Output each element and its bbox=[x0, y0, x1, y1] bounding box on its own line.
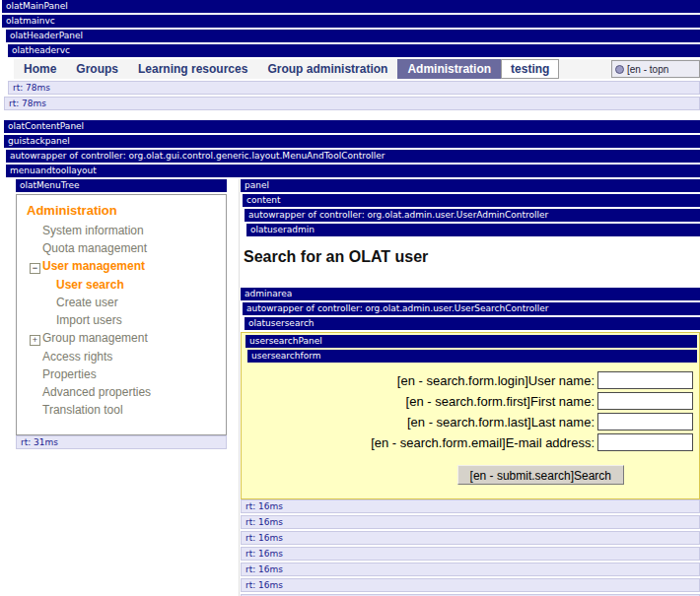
menu-item-translation-tool[interactable]: Translation tool bbox=[17, 401, 226, 419]
menu-item-advanced-properties[interactable]: Advanced properties bbox=[17, 383, 226, 401]
lastname-label: [en - search.form.last]Last name: bbox=[407, 415, 595, 430]
render-time-content: rt: 16ms bbox=[241, 563, 700, 576]
firstname-label: [en - search.form.first]First name: bbox=[406, 394, 595, 409]
render-time-content: rt: 16ms bbox=[241, 547, 700, 561]
menu-item-quota-management[interactable]: Quota management bbox=[17, 239, 226, 257]
user-search-form: [en - search.form.login]User name: [en -… bbox=[244, 364, 697, 485]
debug-bar-olatcontentpanel: olatContentPanel bbox=[4, 120, 700, 133]
collapse-icon[interactable]: − bbox=[30, 263, 40, 274]
render-time-content: rt: 16ms bbox=[241, 499, 700, 513]
expand-icon[interactable]: + bbox=[30, 335, 40, 346]
username-label: [en - search.form.login]User name: bbox=[397, 373, 595, 388]
debug-bar-olatmainpanel: olatMainPanel bbox=[2, 0, 700, 13]
debug-bar-olatuseradmin: olatuseradmin bbox=[246, 224, 700, 236]
render-time-menu: rt: 31ms bbox=[16, 435, 227, 449]
debug-bar-panel: panel bbox=[241, 179, 700, 192]
debug-bar-guistackpanel: guistackpanel bbox=[4, 135, 700, 148]
tab-home[interactable]: Home bbox=[14, 59, 66, 79]
form-actions: [en - submit.search]Search bbox=[244, 465, 624, 485]
main-layout: olatMenuTree Administration System infor… bbox=[0, 179, 700, 596]
debug-bar-adminarea: adminarea bbox=[241, 288, 700, 300]
form-row-email: [en - search.form.email]E-mail address: bbox=[244, 433, 693, 451]
tab-testing[interactable]: testing bbox=[501, 59, 559, 79]
tab-groups[interactable]: Groups bbox=[66, 59, 128, 79]
menu-column: olatMenuTree Administration System infor… bbox=[16, 179, 227, 451]
firstname-input[interactable] bbox=[597, 392, 693, 410]
debug-bar-menuandtoollayout: menuandtoollayout bbox=[6, 165, 700, 177]
email-label: [en - search.form.email]E-mail address: bbox=[371, 435, 595, 450]
user-search-form-area: usersearchPanel usersearchform [en - sea… bbox=[241, 332, 700, 499]
render-time-content: rt: 16ms bbox=[241, 531, 700, 545]
page-title: Search for an OLAT user bbox=[244, 248, 700, 266]
debug-bar-usersearchpanel: usersearchPanel bbox=[245, 335, 697, 348]
render-time-content: rt: 16ms bbox=[241, 515, 700, 529]
debug-bar-autowrapper-useradmin: autowrapper of controller: org.olat.admi… bbox=[245, 209, 700, 222]
menu-root-administration[interactable]: Administration bbox=[17, 201, 226, 222]
menu-item-user-management[interactable]: −User management bbox=[17, 257, 226, 276]
topnav-label: [en - topn bbox=[627, 64, 668, 75]
menu-item-system-information[interactable]: System information bbox=[17, 222, 226, 239]
render-time-content: rt: 16ms bbox=[241, 578, 700, 592]
menu-item-label: Group management bbox=[42, 331, 148, 345]
debug-bar-olatusersearch: olatusersearch bbox=[245, 317, 700, 330]
form-row-firstname: [en - search.form.first]First name: bbox=[244, 392, 693, 410]
render-time-header: rt: 78ms bbox=[8, 81, 700, 95]
menu-item-group-management[interactable]: +Group management bbox=[17, 329, 226, 348]
search-submit-button[interactable]: [en - submit.search]Search bbox=[457, 465, 624, 485]
email-input[interactable] bbox=[597, 433, 693, 451]
debug-bar-olatmenutree: olatMenuTree bbox=[16, 179, 227, 192]
menu-item-user-search[interactable]: User search bbox=[17, 276, 226, 294]
form-row-username: [en - search.form.login]User name: bbox=[244, 371, 693, 389]
render-time-header: rt: 78ms bbox=[4, 97, 700, 110]
debug-bar-autowrapper-usersearch: autowrapper of controller: org.olat.admi… bbox=[243, 302, 700, 315]
username-input[interactable] bbox=[597, 371, 693, 389]
tab-learning-resources[interactable]: Learning resources bbox=[128, 59, 257, 79]
menu-item-label: User management bbox=[42, 259, 145, 273]
debug-bar-content: content bbox=[243, 194, 700, 207]
debug-bar-olatheadervc: olatheadervc bbox=[8, 44, 700, 57]
debug-bar-olatheaderpanel: olatHeaderPanel bbox=[6, 30, 700, 42]
top-navigation: Home Groups Learning resources Group adm… bbox=[14, 59, 700, 79]
debug-bar-usersearchform: usersearchform bbox=[247, 350, 697, 363]
tab-group-administration[interactable]: Group administration bbox=[257, 59, 397, 79]
topnav-box[interactable]: [en - topn bbox=[611, 60, 700, 78]
content-column: panel content autowrapper of controller:… bbox=[239, 179, 700, 596]
tab-administration[interactable]: Administration bbox=[397, 59, 501, 79]
menu-item-properties[interactable]: Properties bbox=[17, 365, 226, 383]
admin-menu-tree: Administration System information Quota … bbox=[16, 194, 227, 435]
debug-bar-olatmainvc: olatmainvc bbox=[2, 15, 700, 28]
lastname-input[interactable] bbox=[597, 413, 693, 430]
menu-item-import-users[interactable]: Import users bbox=[17, 311, 226, 329]
topnav-icon bbox=[615, 65, 624, 74]
form-row-lastname: [en - search.form.last]Last name: bbox=[244, 413, 693, 430]
menu-item-create-user[interactable]: Create user bbox=[17, 294, 226, 311]
debug-bar-autowrapper-menuandtool: autowrapper of controller: org.olat.gui.… bbox=[6, 150, 700, 163]
menu-item-access-rights[interactable]: Access rights bbox=[17, 348, 226, 365]
